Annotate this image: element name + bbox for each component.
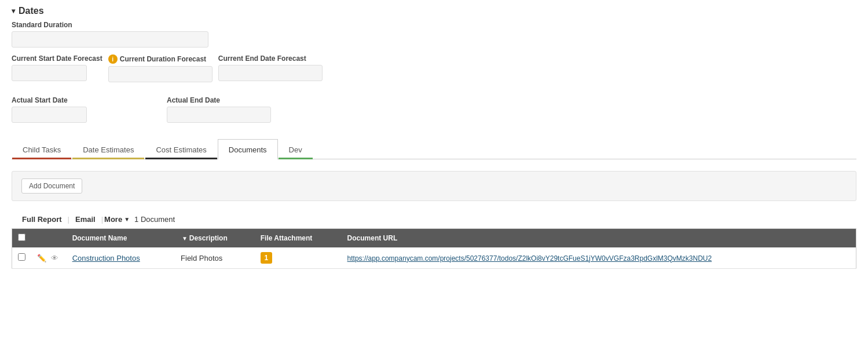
actual-end-group: Actual End Date xyxy=(167,96,271,123)
sort-icon: ▼ xyxy=(182,235,189,242)
separator-1: | xyxy=(67,215,71,224)
attachment-badge[interactable]: 1 xyxy=(261,252,272,264)
tabs-wrapper: Child Tasks Date Estimates Cost Estimate… xyxy=(12,139,856,159)
document-name-link[interactable]: Construction Photos xyxy=(72,254,140,262)
header-document-url: Document URL xyxy=(342,229,856,248)
row-checkbox[interactable] xyxy=(18,253,25,261)
full-report-button[interactable]: Full Report xyxy=(17,215,67,224)
documents-table: Document Name ▼ Description File Attachm… xyxy=(12,228,856,269)
standard-duration-input[interactable] xyxy=(12,31,208,48)
row-url-cell: https://app.companycam.com/projects/5027… xyxy=(342,247,856,269)
table-row: ✏️ 👁 Construction Photos Field Photos 1 … xyxy=(12,247,856,269)
page-container: ▾ Dates Standard Duration Current Start … xyxy=(0,0,868,280)
tabs-container: Child Tasks Date Estimates Cost Estimate… xyxy=(12,139,856,159)
table-header-row: Document Name ▼ Description File Attachm… xyxy=(12,229,856,248)
add-document-bar: Add Document xyxy=(12,171,856,201)
actual-start-label: Actual Start Date xyxy=(12,96,87,104)
row-description-cell: Field Photos xyxy=(175,247,255,269)
header-document-name: Document Name xyxy=(67,229,175,248)
row-document-name-cell: Construction Photos xyxy=(67,247,175,269)
current-start-label: Current Start Date Forecast xyxy=(12,54,102,63)
standard-duration-group: Standard Duration xyxy=(12,21,856,48)
row-file-attachment-cell: 1 xyxy=(255,247,342,269)
header-checkbox[interactable] xyxy=(12,229,32,248)
standard-duration-label: Standard Duration xyxy=(12,21,856,29)
documents-section: Add Document Full Report | Email | More … xyxy=(12,171,856,269)
tab-child-tasks[interactable]: Child Tasks xyxy=(12,139,72,159)
header-actions xyxy=(31,229,67,248)
info-icon[interactable]: i xyxy=(108,54,118,64)
row-checkbox-cell[interactable] xyxy=(12,247,32,269)
row-actions-cell: ✏️ 👁 xyxy=(31,247,67,269)
documents-toolbar: Full Report | Email | More ▼ 1 Document xyxy=(12,210,856,228)
current-duration-group: i Current Duration Forecast xyxy=(108,54,213,82)
email-button[interactable]: Email xyxy=(71,215,100,224)
edit-icon[interactable]: ✏️ xyxy=(37,254,46,262)
more-dropdown[interactable]: More ▼ xyxy=(104,215,130,224)
current-start-input[interactable] xyxy=(12,65,87,81)
view-icon[interactable]: 👁 xyxy=(51,254,58,262)
current-duration-input[interactable] xyxy=(108,66,213,82)
document-count: 1 Document xyxy=(134,215,175,224)
current-end-input[interactable] xyxy=(218,65,323,81)
tab-documents[interactable]: Documents xyxy=(218,139,278,159)
chevron-icon: ▾ xyxy=(12,7,15,15)
select-all-checkbox[interactable] xyxy=(18,234,25,241)
dates-title: Dates xyxy=(19,6,44,16)
current-duration-label: i Current Duration Forecast xyxy=(108,54,213,64)
actual-end-input[interactable] xyxy=(167,107,271,123)
tab-cost-estimates[interactable]: Cost Estimates xyxy=(145,139,217,159)
dropdown-arrow-icon: ▼ xyxy=(124,216,130,223)
actual-dates-row: Actual Start Date Actual End Date xyxy=(12,96,856,130)
actual-start-input[interactable] xyxy=(12,107,87,123)
tab-dev[interactable]: Dev xyxy=(278,139,313,159)
actual-end-label: Actual End Date xyxy=(167,96,271,104)
tab-date-estimates[interactable]: Date Estimates xyxy=(72,139,145,159)
add-document-button[interactable]: Add Document xyxy=(21,178,82,194)
dates-header[interactable]: ▾ Dates xyxy=(12,6,856,16)
document-url-link[interactable]: https://app.companycam.com/projects/5027… xyxy=(347,254,712,262)
actual-start-group: Actual Start Date xyxy=(12,96,87,123)
dates-section: ▾ Dates Standard Duration Current Start … xyxy=(12,6,856,130)
current-forecast-row: Current Start Date Forecast i Current Du… xyxy=(12,54,856,89)
current-start-group: Current Start Date Forecast xyxy=(12,54,102,82)
separator-2: | xyxy=(100,215,104,224)
header-file-attachment: File Attachment xyxy=(255,229,342,248)
header-description: ▼ Description xyxy=(175,229,255,248)
current-end-label: Current End Date Forecast xyxy=(218,54,323,63)
current-end-group: Current End Date Forecast xyxy=(218,54,323,82)
